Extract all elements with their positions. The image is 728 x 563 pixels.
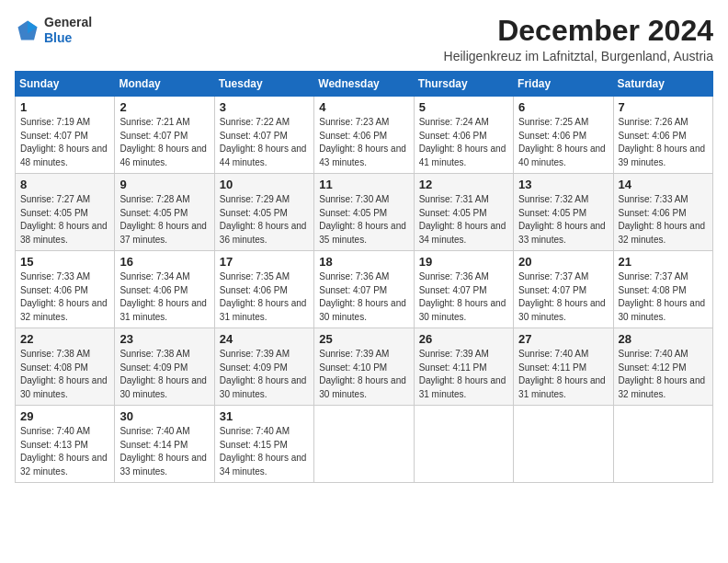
day-info: Sunrise: 7:38 AMSunset: 4:09 PMDaylight:… (119, 348, 209, 401)
day-info: Sunrise: 7:24 AMSunset: 4:06 PMDaylight:… (419, 116, 508, 169)
day-number: 30 (119, 409, 209, 423)
day-number: 3 (220, 100, 309, 114)
calendar-cell: 19 Sunrise: 7:36 AMSunset: 4:07 PMDaylig… (414, 251, 513, 328)
day-info: Sunrise: 7:39 AMSunset: 4:10 PMDaylight:… (319, 348, 408, 401)
calendar-cell: 6 Sunrise: 7:25 AMSunset: 4:06 PMDayligh… (514, 97, 613, 174)
day-info: Sunrise: 7:33 AMSunset: 4:06 PMDaylight:… (619, 193, 708, 247)
calendar-cell: 18 Sunrise: 7:36 AMSunset: 4:07 PMDaylig… (314, 251, 414, 328)
day-info: Sunrise: 7:37 AMSunset: 4:07 PMDaylight:… (518, 270, 608, 324)
calendar-cell: 2 Sunrise: 7:21 AMSunset: 4:07 PMDayligh… (115, 97, 214, 174)
day-number: 23 (119, 332, 209, 346)
logo-icon (15, 17, 40, 43)
calendar-cell: 23 Sunrise: 7:38 AMSunset: 4:09 PMDaylig… (115, 328, 214, 406)
day-number: 16 (119, 255, 209, 269)
day-number: 1 (20, 100, 109, 114)
calendar-cell: 15 Sunrise: 7:33 AMSunset: 4:06 PMDaylig… (16, 251, 115, 328)
calendar-cell: 31 Sunrise: 7:40 AMSunset: 4:15 PMDaylig… (214, 406, 313, 483)
day-number: 14 (619, 178, 708, 191)
day-number: 17 (220, 255, 309, 269)
day-info: Sunrise: 7:38 AMSunset: 4:08 PMDaylight:… (20, 348, 109, 401)
calendar-cell (613, 406, 712, 483)
weekday-header-row: SundayMondayTuesdayWednesdayThursdayFrid… (16, 72, 713, 97)
day-info: Sunrise: 7:40 AMSunset: 4:15 PMDaylight:… (220, 425, 309, 478)
day-info: Sunrise: 7:29 AMSunset: 4:05 PMDaylight:… (220, 193, 309, 247)
calendar-cell: 28 Sunrise: 7:40 AMSunset: 4:12 PMDaylig… (613, 328, 712, 406)
day-info: Sunrise: 7:36 AMSunset: 4:07 PMDaylight:… (419, 270, 508, 324)
title-block: December 2024 Heiligenkreuz im Lafnitzta… (444, 15, 713, 63)
calendar-cell: 27 Sunrise: 7:40 AMSunset: 4:11 PMDaylig… (514, 328, 613, 406)
day-number: 24 (220, 332, 309, 346)
calendar-cell: 7 Sunrise: 7:26 AMSunset: 4:06 PMDayligh… (613, 97, 712, 174)
calendar-cell: 10 Sunrise: 7:29 AMSunset: 4:05 PMDaylig… (214, 174, 313, 251)
weekday-header: Monday (115, 72, 214, 97)
day-number: 12 (419, 178, 508, 191)
logo-blue: Blue (44, 30, 72, 45)
day-number: 13 (518, 178, 608, 191)
calendar-week-row: 1 Sunrise: 7:19 AMSunset: 4:07 PMDayligh… (16, 97, 713, 174)
day-number: 8 (20, 178, 109, 191)
calendar-cell (414, 406, 513, 483)
calendar-cell: 5 Sunrise: 7:24 AMSunset: 4:06 PMDayligh… (414, 97, 513, 174)
calendar-cell: 11 Sunrise: 7:30 AMSunset: 4:05 PMDaylig… (314, 174, 414, 251)
weekday-header: Saturday (613, 72, 712, 97)
day-number: 28 (619, 332, 708, 346)
day-number: 5 (419, 100, 508, 114)
day-number: 26 (419, 332, 508, 346)
day-info: Sunrise: 7:40 AMSunset: 4:14 PMDaylight:… (119, 425, 209, 478)
calendar-body: 1 Sunrise: 7:19 AMSunset: 4:07 PMDayligh… (16, 97, 713, 483)
calendar-cell: 25 Sunrise: 7:39 AMSunset: 4:10 PMDaylig… (314, 328, 414, 406)
calendar-header: SundayMondayTuesdayWednesdayThursdayFrid… (16, 72, 713, 97)
day-info: Sunrise: 7:31 AMSunset: 4:05 PMDaylight:… (419, 193, 508, 247)
calendar-cell: 14 Sunrise: 7:33 AMSunset: 4:06 PMDaylig… (613, 174, 712, 251)
day-info: Sunrise: 7:23 AMSunset: 4:06 PMDaylight:… (319, 116, 408, 169)
calendar-cell: 8 Sunrise: 7:27 AMSunset: 4:05 PMDayligh… (16, 174, 115, 251)
day-info: Sunrise: 7:32 AMSunset: 4:05 PMDaylight:… (518, 193, 608, 247)
day-info: Sunrise: 7:37 AMSunset: 4:08 PMDaylight:… (619, 270, 708, 324)
calendar-week-row: 29 Sunrise: 7:40 AMSunset: 4:13 PMDaylig… (16, 406, 713, 483)
calendar-cell: 4 Sunrise: 7:23 AMSunset: 4:06 PMDayligh… (314, 97, 414, 174)
day-number: 19 (419, 255, 508, 269)
logo-text: General Blue (44, 15, 92, 46)
day-info: Sunrise: 7:33 AMSunset: 4:06 PMDaylight:… (20, 270, 109, 324)
day-number: 9 (119, 178, 209, 191)
calendar-cell: 22 Sunrise: 7:38 AMSunset: 4:08 PMDaylig… (16, 328, 115, 406)
day-number: 27 (518, 332, 608, 346)
weekday-header: Friday (514, 72, 613, 97)
calendar-cell: 24 Sunrise: 7:39 AMSunset: 4:09 PMDaylig… (214, 328, 313, 406)
day-info: Sunrise: 7:26 AMSunset: 4:06 PMDaylight:… (619, 116, 708, 169)
day-number: 10 (220, 178, 309, 191)
day-number: 29 (20, 409, 109, 423)
day-info: Sunrise: 7:22 AMSunset: 4:07 PMDaylight:… (220, 116, 309, 169)
day-info: Sunrise: 7:34 AMSunset: 4:06 PMDaylight:… (119, 270, 209, 324)
calendar-cell: 16 Sunrise: 7:34 AMSunset: 4:06 PMDaylig… (115, 251, 214, 328)
day-number: 2 (119, 100, 209, 114)
day-info: Sunrise: 7:39 AMSunset: 4:09 PMDaylight:… (220, 348, 309, 401)
day-info: Sunrise: 7:40 AMSunset: 4:13 PMDaylight:… (20, 425, 109, 478)
day-number: 6 (518, 100, 608, 114)
calendar-cell: 13 Sunrise: 7:32 AMSunset: 4:05 PMDaylig… (514, 174, 613, 251)
day-number: 22 (20, 332, 109, 346)
day-number: 20 (518, 255, 608, 269)
logo: General Blue (15, 15, 92, 46)
calendar-cell: 20 Sunrise: 7:37 AMSunset: 4:07 PMDaylig… (514, 251, 613, 328)
calendar-cell (314, 406, 414, 483)
calendar-cell: 17 Sunrise: 7:35 AMSunset: 4:06 PMDaylig… (214, 251, 313, 328)
day-number: 7 (619, 100, 708, 114)
day-info: Sunrise: 7:35 AMSunset: 4:06 PMDaylight:… (220, 270, 309, 324)
calendar-cell: 21 Sunrise: 7:37 AMSunset: 4:08 PMDaylig… (613, 251, 712, 328)
page-header: General Blue December 2024 Heiligenkreuz… (15, 15, 713, 63)
calendar-cell (514, 406, 613, 483)
calendar-cell: 26 Sunrise: 7:39 AMSunset: 4:11 PMDaylig… (414, 328, 513, 406)
calendar-cell: 12 Sunrise: 7:31 AMSunset: 4:05 PMDaylig… (414, 174, 513, 251)
day-info: Sunrise: 7:21 AMSunset: 4:07 PMDaylight:… (119, 116, 209, 169)
day-number: 18 (319, 255, 408, 269)
weekday-header: Wednesday (314, 72, 414, 97)
day-info: Sunrise: 7:28 AMSunset: 4:05 PMDaylight:… (119, 193, 209, 247)
day-info: Sunrise: 7:25 AMSunset: 4:06 PMDaylight:… (518, 116, 608, 169)
calendar-cell: 30 Sunrise: 7:40 AMSunset: 4:14 PMDaylig… (115, 406, 214, 483)
day-number: 11 (319, 178, 408, 191)
calendar-week-row: 22 Sunrise: 7:38 AMSunset: 4:08 PMDaylig… (16, 328, 713, 406)
day-info: Sunrise: 7:40 AMSunset: 4:11 PMDaylight:… (518, 348, 608, 401)
calendar-cell: 29 Sunrise: 7:40 AMSunset: 4:13 PMDaylig… (16, 406, 115, 483)
calendar-week-row: 15 Sunrise: 7:33 AMSunset: 4:06 PMDaylig… (16, 251, 713, 328)
